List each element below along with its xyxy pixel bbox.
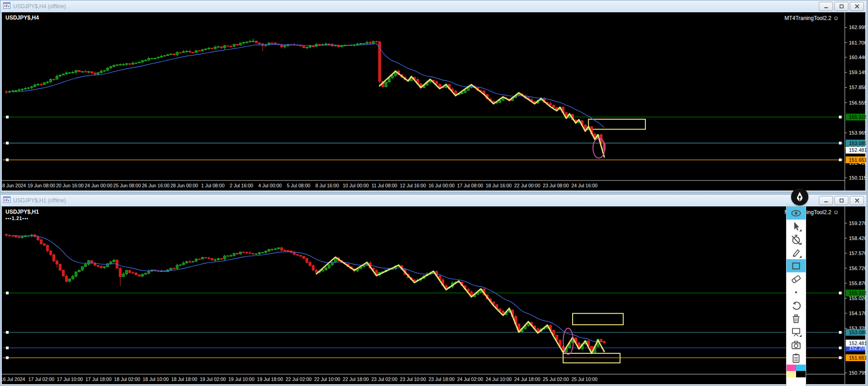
toolbar-camera-button[interactable] [787, 338, 806, 351]
chart-window-h1: USDJPY$,H1 (offline) USDJPY$,H1▪▪▪1.21▪▪… [0, 194, 867, 386]
toolbar-size-dot-button[interactable] [787, 286, 806, 299]
svg-text:161.700: 161.700 [849, 40, 866, 45]
svg-text:153.965: 153.965 [849, 130, 866, 135]
svg-text:150.795: 150.795 [849, 370, 866, 376]
toolbar-clipboard-button[interactable] [787, 351, 806, 365]
svg-text:22 Jul 02:00: 22 Jul 02:00 [285, 376, 311, 382]
svg-text:162.995: 162.995 [849, 25, 866, 30]
svg-text:19 Jul 02:00: 19 Jul 02:00 [200, 376, 226, 382]
restore-button[interactable] [834, 2, 848, 11]
svg-text:24 Jul 16:00: 24 Jul 16:00 [571, 183, 597, 188]
svg-text:156.555: 156.555 [849, 100, 866, 105]
color-swatch[interactable] [787, 365, 796, 371]
svg-text:151.651: 151.651 [849, 157, 866, 163]
svg-text:160.440: 160.440 [849, 55, 866, 60]
horizontal-level-lines [3, 117, 843, 160]
chart-window-icon [3, 2, 10, 10]
minimize-button[interactable] [819, 2, 833, 11]
line-anchors [6, 291, 842, 359]
symbol-period-label: USDJPY$,H4 [5, 15, 39, 21]
color-swatch[interactable] [787, 371, 796, 377]
svg-text:1 Jul 08:00: 1 Jul 08:00 [201, 183, 225, 188]
svg-text:23 Jul 02:00: 23 Jul 02:00 [371, 376, 397, 382]
svg-text:151.651: 151.651 [849, 355, 866, 361]
svg-text:5 Jul 08:00: 5 Jul 08:00 [287, 183, 310, 188]
svg-text:23 Jul 08:00: 23 Jul 08:00 [543, 183, 569, 188]
candles [5, 233, 606, 354]
svg-text:10 Jul 00:00: 10 Jul 00:00 [343, 183, 369, 188]
svg-text:8 Jul 16:00: 8 Jul 16:00 [315, 183, 339, 188]
trash-icon [790, 313, 802, 325]
zigzag-annotation [316, 257, 604, 354]
chart-window-h4: USDJPY$,H4 (offline) USDJPY$,H4 MT4Trani… [0, 0, 867, 192]
time-axis: 18 Jun 202419 Jun 08:0020 Jun 16:0024 Ju… [2, 183, 598, 188]
toolbar-marker-button[interactable] [787, 246, 806, 259]
svg-text:23 Jul 18:00: 23 Jul 18:00 [428, 376, 454, 382]
toolbar-whiteboard-button[interactable] [787, 325, 806, 338]
toolbar-undo-button[interactable] [787, 299, 806, 312]
price-tags: 155.318153.089151.651152.481 [846, 114, 866, 163]
minimize-button[interactable] [819, 196, 833, 205]
svg-text:23 Jul 10:00: 23 Jul 10:00 [400, 376, 426, 382]
chart-window-icon [3, 196, 10, 205]
svg-text:19 Jun 08:00: 19 Jun 08:00 [27, 183, 55, 188]
svg-text:24 Jul 18:00: 24 Jul 18:00 [514, 376, 540, 382]
symbol-period-label: USDJPY$,H1▪▪▪1.21▪▪▪ [5, 209, 39, 222]
svg-text:157.570: 157.570 [849, 251, 866, 256]
svg-text:159.145: 159.145 [849, 70, 866, 75]
close-button[interactable] [850, 2, 864, 11]
svg-text:18 Jul 02:00: 18 Jul 02:00 [114, 376, 140, 382]
svg-text:24 Jun 00:00: 24 Jun 00:00 [85, 183, 112, 188]
toolbar-cursor-button[interactable] [787, 220, 806, 233]
svg-text:155.318: 155.318 [849, 290, 866, 296]
eye-icon [790, 207, 802, 219]
svg-text:4 Jul 00:00: 4 Jul 00:00 [259, 183, 282, 188]
restore-button[interactable] [834, 196, 848, 205]
window-title: USDJPY$,H1 (offline) [13, 197, 819, 204]
svg-text:155.870: 155.870 [849, 281, 866, 286]
svg-text:159.270: 159.270 [849, 221, 866, 226]
svg-text:22 Jul 00:00: 22 Jul 00:00 [514, 183, 540, 188]
chart-area-h4[interactable]: USDJPY$,H4 MT4TraningTool2.2 ☺ 162.99516… [2, 12, 865, 190]
annotation-rectangles [589, 119, 645, 129]
svg-text:157.850: 157.850 [849, 85, 866, 90]
training-tool-label: MT4TraningTool2.2 ☺ [784, 15, 839, 21]
toolbar-eye-button[interactable] [787, 206, 806, 220]
svg-text:2 Jul 16:00: 2 Jul 16:00 [230, 183, 254, 188]
rectangle-tool-icon [790, 260, 802, 272]
smiley-icon: ☺ [833, 15, 839, 21]
price-axis: 159.270158.420157.570156.720155.870155.0… [845, 221, 866, 376]
color-swatch[interactable] [796, 365, 806, 371]
toolbar-rectangle-tool-button[interactable] [787, 259, 806, 272]
time-axis: 16 Jul 202417 Jul 02:0017 Jul 10:0017 Ju… [2, 376, 598, 382]
toolbar-timer-off-button[interactable] [787, 233, 806, 246]
svg-text:19 Jul 18:00: 19 Jul 18:00 [257, 376, 283, 382]
window-title: USDJPY$,H4 (offline) [13, 3, 819, 10]
svg-text:18 Jul 18:00: 18 Jul 18:00 [171, 376, 197, 382]
titlebar-h1[interactable]: USDJPY$,H1 (offline) [0, 195, 867, 207]
toolbar-trash-button[interactable] [787, 312, 806, 325]
candlestick-chart-h1[interactable]: 159.270158.420157.570156.720155.870155.0… [2, 206, 866, 385]
svg-text:12 Jul 16:00: 12 Jul 16:00 [400, 183, 426, 188]
svg-text:17 Jul 02:00: 17 Jul 02:00 [28, 376, 54, 382]
chart-area-h1[interactable]: USDJPY$,H1▪▪▪1.21▪▪▪ MT4TraningTool2.2 ☺… [2, 206, 865, 384]
size-dot-icon [790, 286, 802, 298]
svg-text:150.115: 150.115 [849, 175, 866, 180]
candlestick-chart-h4[interactable]: 162.995161.700160.440159.145157.850156.5… [2, 12, 866, 191]
color-swatch[interactable] [796, 371, 806, 377]
svg-text:19 Jul 10:00: 19 Jul 10:00 [228, 376, 254, 382]
svg-text:17 Jul 08:00: 17 Jul 08:00 [457, 183, 483, 188]
toolbar-eraser-button[interactable] [787, 272, 806, 286]
titlebar-h4[interactable]: USDJPY$,H4 (offline) [0, 0, 867, 13]
close-button[interactable] [850, 196, 864, 205]
svg-text:153.089: 153.089 [849, 140, 866, 146]
svg-text:25 Jul 02:00: 25 Jul 02:00 [543, 376, 569, 382]
svg-text:25 Jul 10:00: 25 Jul 10:00 [571, 376, 597, 382]
svg-text:17 Jul 10:00: 17 Jul 10:00 [57, 376, 83, 382]
pen-tool-handle[interactable] [791, 188, 808, 206]
zigzag-annotation [380, 71, 604, 157]
svg-text:17 Jul 18:00: 17 Jul 18:00 [86, 376, 112, 382]
whiteboard-icon [790, 326, 802, 338]
eraser-icon [790, 273, 802, 285]
candles [5, 38, 606, 150]
